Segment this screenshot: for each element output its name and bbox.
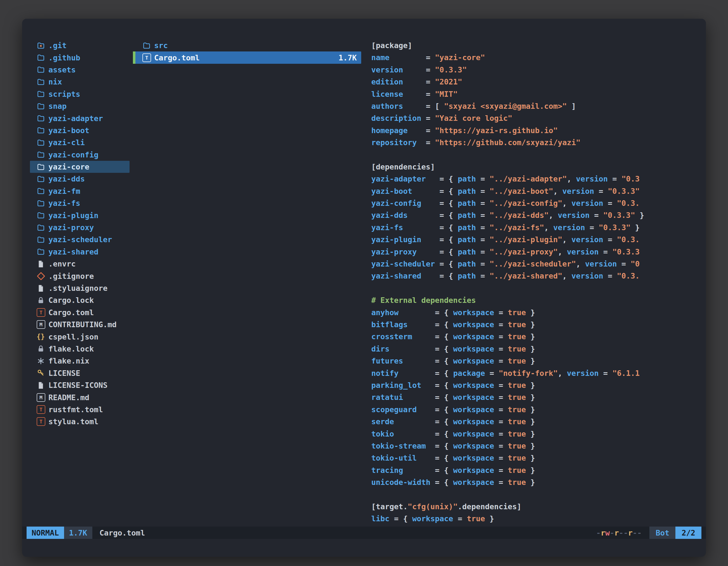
preview-line: [target."cfg(unix)".dependencies] [371, 501, 699, 513]
parent-item-yazi-plugin[interactable]: yazi-plugin [30, 209, 130, 221]
preview-line: bitflags = { workspace = true } [371, 318, 699, 330]
file-name: .envrc [48, 260, 76, 268]
file-name: yazi-cli [48, 138, 85, 147]
file-icon [37, 284, 48, 292]
file-size-badge: 1.7K [64, 527, 92, 539]
json-icon: {} [37, 333, 48, 340]
parent-item-flake.lock[interactable]: flake.lock [30, 343, 130, 355]
parent-item-flake.nix[interactable]: flake.nix [30, 355, 130, 367]
file-name: snap [48, 102, 67, 111]
git-folder-icon [37, 41, 48, 50]
preview-line: parking_lot = { workspace = true } [371, 379, 699, 391]
preview-line: yazi-fs = { path = "../yazi-fs", version… [371, 222, 699, 234]
folder-icon [37, 90, 48, 98]
license-icon [37, 369, 48, 377]
parent-item-yazi-shared[interactable]: yazi-shared [30, 246, 130, 258]
parent-item-cspell.json[interactable]: {}cspell.json [30, 330, 130, 342]
file-manager-panes: .git.githubassetsnixscriptssnapyazi-adap… [22, 19, 706, 527]
parent-item-.styluaignore[interactable]: .styluaignore [30, 282, 130, 294]
folder-icon [37, 65, 48, 74]
preview-line: tokio-stream = { workspace = true } [371, 440, 699, 452]
toml-icon: T [37, 405, 48, 414]
preview-line: name = "yazi-core" [371, 51, 699, 64]
file-name: yazi-boot [48, 126, 89, 135]
current-item-Cargo.toml[interactable]: TCargo.toml1.7K [133, 51, 361, 64]
parent-item-scripts[interactable]: scripts [30, 88, 130, 100]
file-name: yazi-fs [48, 199, 80, 208]
file-icon [37, 260, 48, 268]
parent-item-.github[interactable]: .github [30, 51, 130, 64]
file-name: Cargo.lock [48, 296, 94, 304]
parent-item-assets[interactable]: assets [30, 64, 130, 76]
parent-item-CONTRIBUTING.md[interactable]: MCONTRIBUTING.md [30, 318, 130, 330]
preview-line: notify = { package = "notify-fork", vers… [371, 367, 699, 379]
folder-icon [37, 139, 48, 147]
parent-item-.git[interactable]: .git [30, 39, 130, 51]
cursor-page-badge: 2/2 [675, 527, 701, 539]
folder-icon [37, 163, 48, 171]
folder-icon [37, 211, 48, 220]
nix-icon [37, 357, 48, 365]
folder-icon [37, 236, 48, 244]
preview-line: [package] [371, 39, 699, 51]
parent-item-.gitignore[interactable]: .gitignore [30, 270, 130, 282]
folder-icon [37, 78, 48, 86]
file-name: yazi-dds [48, 175, 85, 183]
file-name: .gitignore [48, 272, 94, 281]
parent-item-README.md[interactable]: MREADME.md [30, 391, 130, 403]
preview-line: # External dependencies [371, 294, 699, 306]
toml-icon: T [37, 417, 48, 426]
parent-item-.envrc[interactable]: .envrc [30, 258, 130, 270]
parent-item-stylua.toml[interactable]: Tstylua.toml [30, 415, 130, 427]
file-name: yazi-proxy [48, 223, 94, 232]
preview-line [371, 149, 699, 161]
preview-line: unicode-width = { workspace = true } [371, 476, 699, 488]
parent-item-yazi-config[interactable]: yazi-config [30, 149, 130, 161]
parent-item-LICENSE[interactable]: LICENSE [30, 367, 130, 379]
file-name: .github [48, 53, 80, 62]
preview-line: tracing = { workspace = true } [371, 464, 699, 476]
preview-line: yazi-adapter = { path = "../yazi-adapter… [371, 173, 699, 185]
parent-item-nix[interactable]: nix [30, 76, 130, 88]
preview-line: ratatui = { workspace = true } [371, 391, 699, 403]
preview-line: yazi-boot = { path = "../yazi-boot", ver… [371, 185, 699, 197]
git-diamond-icon [37, 273, 48, 279]
parent-item-yazi-boot[interactable]: yazi-boot [30, 125, 130, 137]
preview-line: yazi-shared = { path = "../yazi-shared",… [371, 270, 699, 282]
parent-item-rustfmt.toml[interactable]: Trustfmt.toml [30, 403, 130, 415]
preview-line: yazi-scheduler = { path = "../yazi-sched… [371, 258, 699, 270]
parent-item-yazi-dds[interactable]: yazi-dds [30, 173, 130, 185]
file-name: yazi-core [48, 163, 89, 171]
parent-item-yazi-proxy[interactable]: yazi-proxy [30, 222, 130, 234]
preview-line: homepage = "https://yazi-rs.github.io" [371, 125, 699, 137]
folder-icon [37, 224, 48, 232]
parent-item-yazi-fm[interactable]: yazi-fm [30, 185, 130, 197]
markdown-icon: M [37, 393, 48, 402]
file-name: nix [48, 78, 62, 86]
parent-item-Cargo.lock[interactable]: Cargo.lock [30, 294, 130, 306]
parent-item-yazi-adapter[interactable]: yazi-adapter [30, 112, 130, 124]
preview-line: tokio = { workspace = true } [371, 428, 699, 440]
lock-icon [37, 296, 48, 304]
file-name: yazi-scheduler [48, 235, 112, 244]
parent-item-yazi-cli[interactable]: yazi-cli [30, 137, 130, 149]
parent-item-yazi-fs[interactable]: yazi-fs [30, 197, 130, 209]
file-name: README.md [48, 393, 89, 402]
parent-item-LICENSE-ICONS[interactable]: LICENSE-ICONS [30, 379, 130, 391]
current-item-src[interactable]: src [133, 39, 361, 51]
parent-item-yazi-scheduler[interactable]: yazi-scheduler [30, 234, 130, 246]
preview-line: scopeguard = { workspace = true } [371, 403, 699, 415]
parent-item-yazi-core[interactable]: yazi-core [30, 161, 130, 173]
parent-item-snap[interactable]: snap [30, 100, 130, 112]
preview-line: yazi-dds = { path = "../yazi-dds", versi… [371, 209, 699, 221]
file-permissions: -rw-r--r-- [596, 529, 642, 537]
mode-indicator: NORMAL [27, 527, 64, 539]
preview-line: edition = "2021" [371, 76, 699, 88]
preview-line: futures = { workspace = true } [371, 355, 699, 367]
parent-item-Cargo.toml[interactable]: TCargo.toml [30, 306, 130, 318]
yazi-terminal-window: .git.githubassetsnixscriptssnapyazi-adap… [22, 19, 706, 557]
toml-icon: T [142, 53, 154, 62]
file-name: LICENSE [48, 369, 80, 377]
toml-icon: T [37, 308, 48, 317]
folder-icon [37, 175, 48, 183]
